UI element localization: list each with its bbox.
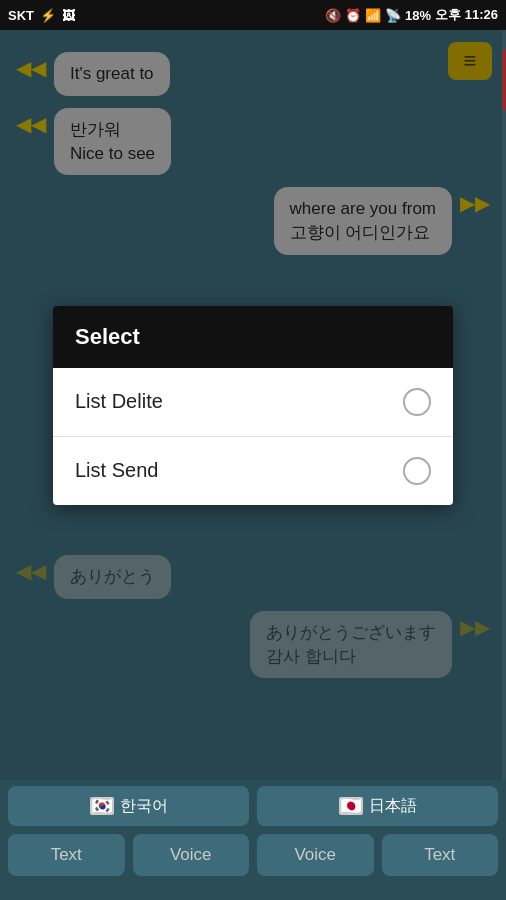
modal-overlay[interactable]: Select List Delite List Send xyxy=(0,30,506,780)
korean-label: 한국어 xyxy=(120,796,168,817)
status-left: SKT ⚡ 🖼 xyxy=(8,8,75,23)
select-modal: Select List Delite List Send xyxy=(53,306,453,505)
text-right-label: Text xyxy=(424,845,455,865)
language-row: 🇰🇷 한국어 🇯🇵 日本語 xyxy=(0,780,506,830)
time-label: 오후 11:26 xyxy=(435,6,498,24)
modal-title: Select xyxy=(75,324,140,349)
list-delete-label: List Delite xyxy=(75,390,163,413)
voice-left-label: Voice xyxy=(170,845,212,865)
text-right-button[interactable]: Text xyxy=(382,834,499,876)
alarm-icon: ⏰ xyxy=(345,8,361,23)
text-left-button[interactable]: Text xyxy=(8,834,125,876)
signal-icon: 📡 xyxy=(385,8,401,23)
chat-area: ◀◀ It's great to ◀◀ 반가워 Nice to see wher… xyxy=(0,30,506,780)
text-left-label: Text xyxy=(51,845,82,865)
battery-label: 18% xyxy=(405,8,431,23)
korean-language-button[interactable]: 🇰🇷 한국어 xyxy=(8,786,249,826)
japanese-flag: 🇯🇵 xyxy=(339,797,363,815)
status-right: 🔇 ⏰ 📶 📡 18% 오후 11:26 xyxy=(325,6,498,24)
japanese-language-button[interactable]: 🇯🇵 日本語 xyxy=(257,786,498,826)
status-bar: SKT ⚡ 🖼 🔇 ⏰ 📶 📡 18% 오후 11:26 xyxy=(0,0,506,30)
carrier-label: SKT xyxy=(8,8,34,23)
list-send-label: List Send xyxy=(75,459,158,482)
wifi-icon: 📶 xyxy=(365,8,381,23)
image-icon: 🖼 xyxy=(62,8,75,23)
voice-left-button[interactable]: Voice xyxy=(133,834,250,876)
usb-icon: ⚡ xyxy=(40,8,56,23)
voice-right-button[interactable]: Voice xyxy=(257,834,374,876)
action-row: Text Voice Voice Text xyxy=(0,830,506,884)
list-delete-radio[interactable] xyxy=(403,388,431,416)
japanese-label: 日本語 xyxy=(369,796,417,817)
bottom-controls: 🇰🇷 한국어 🇯🇵 日本語 Text Voice Voice Text xyxy=(0,780,506,900)
modal-option-list-send[interactable]: List Send xyxy=(53,437,453,505)
modal-body: List Delite List Send xyxy=(53,368,453,505)
korean-flag: 🇰🇷 xyxy=(90,797,114,815)
modal-header: Select xyxy=(53,306,453,368)
list-send-radio[interactable] xyxy=(403,457,431,485)
modal-option-list-delete[interactable]: List Delite xyxy=(53,368,453,437)
voice-right-label: Voice xyxy=(294,845,336,865)
mute-icon: 🔇 xyxy=(325,8,341,23)
